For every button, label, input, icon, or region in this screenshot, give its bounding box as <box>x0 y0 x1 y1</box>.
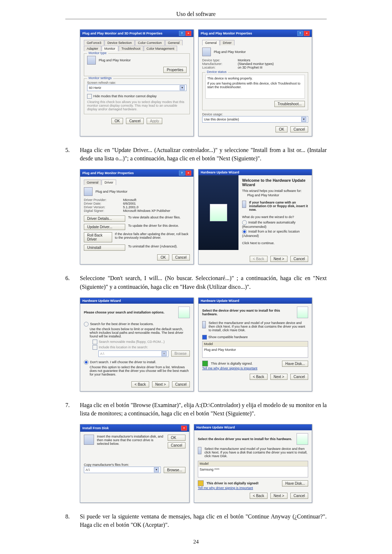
browse-button[interactable]: Browse... <box>164 467 185 473</box>
cancel-button[interactable]: Cancel <box>172 381 190 387</box>
uninstall-button[interactable]: Uninstall <box>84 245 125 251</box>
tab-driver[interactable]: Driver <box>220 40 234 45</box>
back-button[interactable]: < Back <box>250 374 268 380</box>
tab-adapter[interactable]: Adapter <box>84 46 101 51</box>
have-disk-button[interactable]: Have Disk... <box>282 361 308 367</box>
tab-driver[interactable]: Driver <box>102 180 116 185</box>
chevron-down-icon: ▾ <box>154 467 159 472</box>
back-button[interactable]: < Back <box>131 381 149 387</box>
page-header: Select the device driver you want to ins… <box>202 309 294 316</box>
rollback-driver-desc: If the device fails after updating the d… <box>115 232 190 239</box>
close-icon[interactable]: × <box>185 31 191 36</box>
ok-button[interactable]: OK <box>275 126 287 132</box>
signing-link[interactable]: Tell me why driver signing is important <box>202 366 257 370</box>
radio-list[interactable] <box>242 229 247 234</box>
browse-button: Browse <box>171 350 190 357</box>
figure-4: Install From Disk× Insert the manufactur… <box>65 424 327 503</box>
help-icon[interactable]: ? <box>179 171 185 176</box>
step-number: 7. <box>65 401 72 418</box>
close-icon[interactable]: × <box>304 31 310 36</box>
tab-color-mgmt[interactable]: Color Management <box>144 46 177 51</box>
hide-modes-checkbox[interactable] <box>87 94 92 99</box>
tab-troubleshoot[interactable]: Troubleshoot <box>119 46 143 51</box>
checkbox-removable <box>93 340 97 344</box>
checkbox-location <box>93 345 97 350</box>
cancel-button[interactable]: Cancel <box>290 374 308 380</box>
radio-auto[interactable] <box>242 220 247 225</box>
step-text: Haga clic en "Update Driver... (Actualiz… <box>80 146 327 163</box>
help-icon[interactable]: ? <box>179 31 185 36</box>
back-button[interactable]: < Back <box>250 493 268 499</box>
show-compat-checkbox[interactable] <box>202 335 207 340</box>
radio-list-label: Install from a list or specific location… <box>242 230 300 238</box>
device-usage-label: Device usage: <box>202 112 308 116</box>
provider-value: Microsoft <box>123 198 136 202</box>
step-text: Haga clic en el botón "Browse (Examinar)… <box>80 401 327 418</box>
cancel-button[interactable]: Cancel <box>290 126 308 132</box>
model-item[interactable]: Plug and Play Monitor <box>203 347 308 357</box>
next-button[interactable]: Next > <box>270 256 287 262</box>
driver-details-button[interactable]: Driver Details... <box>84 216 125 222</box>
troubleshoot-button[interactable]: Troubleshoot... <box>274 101 305 107</box>
step-text: Si puede ver la siguiente ventana de men… <box>80 512 327 529</box>
dont-search-note: Choose this option to select the device … <box>90 365 190 376</box>
cancel-button[interactable]: Cancel <box>168 442 185 448</box>
radio-dont-search[interactable] <box>84 360 89 365</box>
dialog-hardware-wizard: Hardware Update Wizard Welcome to the Ha… <box>198 169 312 264</box>
instruction-8: 8. Si puede ver la siguiente ventana de … <box>65 512 327 529</box>
cancel-button[interactable]: Cancel <box>290 256 308 262</box>
help-icon[interactable]: ? <box>297 31 303 36</box>
tab-geforce3[interactable]: GeForce3 <box>84 40 104 45</box>
dialog-install-from-disk: Install From Disk× Insert the manufactur… <box>80 424 189 503</box>
date-label: Driver Date: <box>84 202 120 205</box>
tab-general[interactable]: General <box>202 40 220 45</box>
ok-button[interactable]: OK <box>157 254 169 260</box>
rollback-driver-button[interactable]: Roll Back Driver <box>84 232 112 242</box>
next-button[interactable]: Next > <box>152 381 169 387</box>
wizard-welcome: Welcome to the Hardware Update Wizard <box>242 178 308 187</box>
wizard-helps: This wizard helps you install software f… <box>242 189 308 193</box>
monitor-icon <box>202 321 206 328</box>
devtype-value: Monitors <box>238 58 250 62</box>
provider-label: Driver Provider: <box>84 198 120 202</box>
dialog-title: Hardware Update Wizard <box>201 299 239 303</box>
radio-search[interactable] <box>84 322 89 327</box>
device-usage-select[interactable]: Use this device (enable)▾ <box>202 116 308 123</box>
wizard-question: What do you want the wizard to do? <box>242 215 308 219</box>
dialog-title: Hardware Update Wizard <box>201 171 239 174</box>
monitor-type-value: Plug and Play Monitor <box>99 58 131 62</box>
uninstall-desc: To uninstall the driver (Advanced). <box>128 245 177 248</box>
dialog-display-properties: Plug and Play Monitor and 3D Prophet III… <box>80 29 194 136</box>
next-button[interactable]: Next > <box>270 374 287 380</box>
tab-device-selection[interactable]: Device Selection <box>105 40 135 45</box>
cancel-button[interactable]: Cancel <box>290 493 308 499</box>
properties-button[interactable]: Properties <box>163 67 187 73</box>
close-icon[interactable]: × <box>181 426 187 431</box>
model-item[interactable]: Samsung **** <box>198 467 308 477</box>
signing-link[interactable]: Tell me why driver signing is important <box>198 486 259 490</box>
search-note: Use the check boxes below to limit or ex… <box>90 327 190 338</box>
dialog-search-options: Hardware Update Wizard Please choose you… <box>80 297 194 391</box>
refresh-label: Screen refresh rate: <box>87 81 187 85</box>
copy-from-select[interactable]: A:\▾ <box>84 467 161 473</box>
monitor-icon <box>87 56 96 65</box>
disk-icon <box>84 435 94 445</box>
close-icon[interactable]: × <box>185 171 191 176</box>
tab-general[interactable]: General <box>165 40 183 45</box>
ok-button[interactable]: OK <box>111 118 123 124</box>
next-button[interactable]: Next > <box>270 493 287 499</box>
refresh-rate-select[interactable]: 60 Hertz▾ <box>87 85 187 91</box>
update-driver-button[interactable]: Update Driver... <box>84 224 125 230</box>
tab-color-correction[interactable]: Color Correction <box>135 40 165 45</box>
have-disk-button[interactable]: Have Disk... <box>282 480 308 487</box>
tab-general[interactable]: General <box>84 180 101 185</box>
signed-text: This driver is not digitally signed! <box>207 481 259 485</box>
ok-button[interactable]: OK <box>168 435 185 441</box>
manufacturer-label: Manufacturer: <box>202 62 235 66</box>
cancel-button[interactable]: Cancel <box>126 118 144 124</box>
tab-monitor[interactable]: Monitor <box>102 46 118 51</box>
status-line-1: This device is working properly. <box>207 77 303 80</box>
apply-button: Apply <box>147 118 162 124</box>
cancel-button[interactable]: Cancel <box>172 254 190 260</box>
status-line-2: If you are having problems with this dev… <box>207 82 303 89</box>
